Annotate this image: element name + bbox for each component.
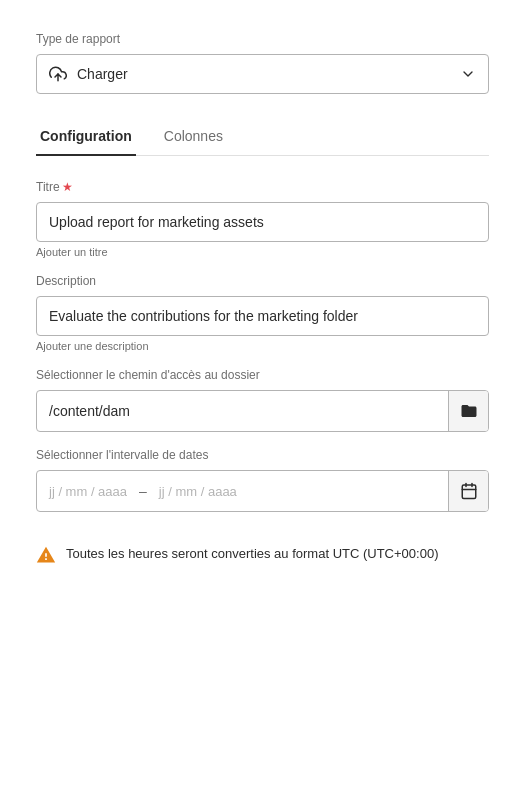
required-indicator: ★ <box>62 180 73 194</box>
date-label: Sélectionner l'intervalle de dates <box>36 448 489 462</box>
upload-icon <box>49 65 67 83</box>
date-input-area[interactable]: jj / mm / aaaa – jj / mm / aaaa <box>37 471 448 511</box>
rapport-value: Charger <box>77 66 460 82</box>
rapport-section: Type de rapport Charger <box>36 32 489 94</box>
description-field: Description Ajouter une description <box>36 274 489 352</box>
description-hint: Ajouter une description <box>36 340 489 352</box>
tabs-bar: Configuration Colonnes <box>36 118 489 156</box>
date-separator: – <box>135 483 151 499</box>
chevron-down-icon <box>460 66 476 82</box>
path-field: Sélectionner le chemin d'accès au dossie… <box>36 368 489 432</box>
date-end-placeholder: jj / mm / aaaa <box>159 484 237 499</box>
date-range-field: Sélectionner l'intervalle de dates jj / … <box>36 448 489 512</box>
description-label: Description <box>36 274 489 288</box>
page-container: Type de rapport Charger Configuration Co… <box>0 0 525 597</box>
path-label: Sélectionner le chemin d'accès au dossie… <box>36 368 489 382</box>
folder-icon <box>460 402 478 420</box>
description-input[interactable] <box>36 296 489 336</box>
titre-input[interactable] <box>36 202 489 242</box>
path-input[interactable] <box>37 391 448 431</box>
svg-rect-1 <box>462 485 476 499</box>
warning-icon <box>36 545 56 565</box>
titre-hint: Ajouter un titre <box>36 246 489 258</box>
warning-notice: Toutes les heures seront converties au f… <box>36 544 489 565</box>
calendar-button[interactable] <box>448 471 488 511</box>
date-wrapper: jj / mm / aaaa – jj / mm / aaaa <box>36 470 489 512</box>
titre-field: Titre★ Ajouter un titre <box>36 180 489 258</box>
titre-label: Titre★ <box>36 180 489 194</box>
path-wrapper <box>36 390 489 432</box>
date-start-placeholder: jj / mm / aaaa <box>49 484 127 499</box>
calendar-icon <box>460 482 478 500</box>
tab-colonnes[interactable]: Colonnes <box>160 118 227 156</box>
rapport-dropdown[interactable]: Charger <box>36 54 489 94</box>
tab-configuration[interactable]: Configuration <box>36 118 136 156</box>
rapport-label: Type de rapport <box>36 32 489 46</box>
folder-browse-button[interactable] <box>448 391 488 431</box>
warning-text: Toutes les heures seront converties au f… <box>66 544 438 564</box>
